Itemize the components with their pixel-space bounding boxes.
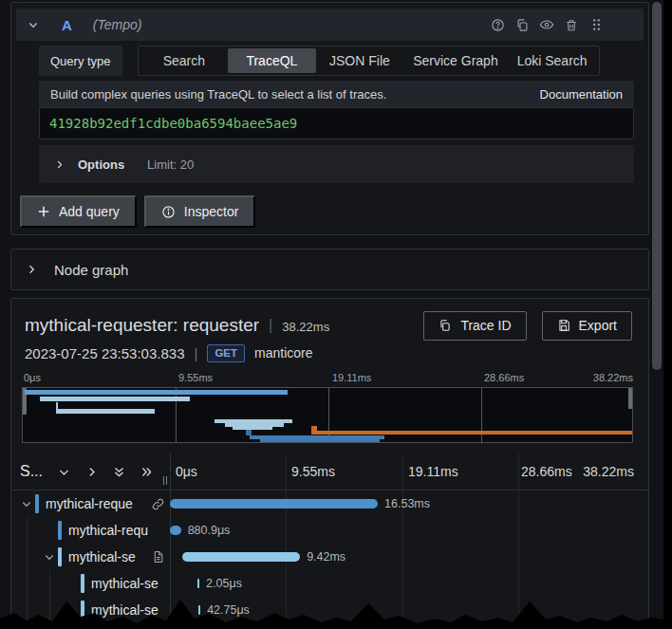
chevron-down-icon[interactable]: [58, 466, 70, 478]
tab-traceql[interactable]: TraceQL: [228, 48, 316, 73]
double-chevron-down-icon[interactable]: [113, 466, 125, 478]
timeline-tick: 19.11ms: [408, 464, 458, 479]
span-name-cell[interactable]: mythical-requ: [11, 517, 170, 544]
copy-icon[interactable]: [514, 17, 530, 32]
export-label: Export: [579, 318, 617, 333]
add-query-label: Add query: [59, 204, 120, 219]
chevron-down-icon[interactable]: [21, 498, 32, 509]
trace-id-button[interactable]: Trace ID: [423, 311, 526, 341]
span-service-name: mythical-se: [91, 576, 164, 591]
span-name-cell[interactable]: mythical-reque: [11, 490, 170, 517]
tab-service-graph[interactable]: Service Graph: [403, 48, 507, 73]
timeline-tick: 0μs: [176, 464, 197, 479]
scrollbar-thumb[interactable]: [652, 2, 662, 370]
window-edge: [663, 0, 672, 629]
query-ref-id[interactable]: A: [62, 17, 72, 33]
inspector-button[interactable]: Inspector: [144, 195, 256, 228]
node-graph-title: Node graph: [54, 262, 128, 278]
traceql-query-input[interactable]: 41928b92edf1cdbe0ba6594baee5ae9: [39, 107, 634, 139]
torn-edge: [0, 590, 663, 629]
collapse-chevron-icon[interactable]: [28, 19, 39, 30]
span-timeline-cell[interactable]: 880.9μs: [170, 517, 650, 544]
minimap-span-bar: [233, 427, 272, 430]
info-circle-icon: [161, 205, 176, 219]
export-button[interactable]: Export: [542, 311, 632, 341]
inspector-label: Inspector: [184, 204, 239, 219]
copy-icon: [439, 319, 452, 332]
chevron-right-icon[interactable]: [85, 466, 98, 478]
span-color-indicator: [58, 547, 62, 566]
query-type-tabs: SearchTraceQLJSON FileService GraphLoki …: [138, 46, 600, 76]
trash-icon[interactable]: [564, 17, 579, 32]
span-row[interactable]: mythical-se9.42ms: [11, 544, 650, 570]
service-column-label: S...: [20, 463, 43, 480]
span-duration-label: 2.05μs: [206, 577, 242, 590]
drag-handle-icon[interactable]: [588, 17, 604, 32]
timeline-tick: 9.55ms: [291, 464, 335, 479]
options-section[interactable]: Options Limit: 20: [39, 145, 634, 183]
timeline-tick: 38.22ms: [583, 464, 634, 479]
timeline-tick: 28.66ms: [521, 464, 572, 479]
minimap-span-bar: [56, 402, 59, 409]
eye-icon[interactable]: [539, 17, 554, 32]
span-duration-label: 9.42ms: [307, 550, 345, 564]
span-color-indicator: [35, 494, 39, 513]
tab-loki-search[interactable]: Loki Search: [508, 48, 597, 73]
minimap-span-bar: [40, 397, 190, 401]
options-chevron-icon[interactable]: [54, 159, 65, 170]
traceql-query-value: 41928b92edf1cdbe0ba6594baee5ae9: [49, 116, 297, 131]
query-header-actions: [490, 17, 632, 32]
double-chevron-right-icon[interactable]: [140, 466, 153, 478]
traceql-description-bar: Build complex queries using TraceQL to s…: [39, 81, 634, 107]
span-duration-label: 16.53ms: [384, 497, 430, 510]
minimap-span-bar: [271, 442, 374, 443]
trace-id-label: Trace ID: [460, 318, 511, 333]
service-operation-column-header: S...: [11, 453, 170, 490]
minimap-span-bar: [311, 431, 632, 435]
span-timeline-cell[interactable]: 9.42ms: [170, 544, 650, 570]
options-label: Options: [78, 157, 124, 172]
tab-json-file[interactable]: JSON File: [316, 48, 404, 73]
log-icon[interactable]: [152, 550, 164, 564]
query-row-header[interactable]: A (Tempo): [16, 9, 644, 41]
span-row[interactable]: mythical-requ880.9μs: [11, 517, 650, 544]
chevron-down-icon[interactable]: [44, 551, 55, 563]
query-type-row: Query type SearchTraceQLJSON FileService…: [39, 46, 600, 76]
documentation-link[interactable]: Documentation: [540, 87, 623, 102]
divider: |: [269, 317, 272, 334]
query-type-label: Query type: [39, 46, 122, 76]
minimap-tick: 28.66ms: [484, 372, 524, 383]
span-duration-label: 880.9μs: [188, 524, 231, 537]
column-resize-handle[interactable]: [163, 476, 167, 485]
trace-timestamp: 2023-07-25 23:53:03.833: [25, 345, 184, 361]
minimap-tick: 38.22ms: [593, 372, 633, 383]
minimap-tick: 9.55ms: [178, 372, 213, 383]
tab-search[interactable]: Search: [140, 48, 229, 73]
span-service-name: mythical-se: [68, 549, 150, 564]
span-duration-bar[interactable]: [170, 526, 181, 535]
span-color-indicator: [58, 521, 62, 540]
span-timeline-cell[interactable]: 16.53ms: [170, 490, 650, 517]
node-graph-chevron-icon[interactable]: [26, 264, 37, 275]
plus-icon: [37, 205, 50, 218]
span-duration-bar[interactable]: [182, 552, 300, 562]
span-duration-bar[interactable]: [170, 499, 378, 509]
trace-view-panel: mythical-requester: requester | 38.22ms …: [10, 298, 649, 629]
divider: |: [194, 345, 197, 361]
minimap-span-bar: [56, 409, 155, 414]
span-service-name: mythical-requ: [68, 523, 164, 538]
node-graph-panel[interactable]: Node graph: [10, 249, 649, 290]
trace-duration: 38.22ms: [282, 317, 329, 334]
span-duration-bar[interactable]: [197, 579, 199, 588]
span-row[interactable]: mythical-reque16.53ms: [11, 490, 650, 517]
minimap-canvas[interactable]: [22, 387, 633, 443]
help-icon[interactable]: [490, 17, 505, 32]
link-icon[interactable]: [152, 498, 164, 510]
minimap-right-handle[interactable]: [628, 388, 632, 409]
http-method-badge: GET: [207, 344, 245, 362]
span-table-header: S... 0μs 9.55ms 19.11ms 28.66ms 38.22ms: [11, 453, 650, 490]
span-service-name: mythical-reque: [46, 496, 150, 511]
span-name-cell[interactable]: mythical-se: [11, 544, 170, 570]
datasource-name: (Tempo): [93, 17, 142, 32]
add-query-button[interactable]: Add query: [20, 195, 137, 228]
